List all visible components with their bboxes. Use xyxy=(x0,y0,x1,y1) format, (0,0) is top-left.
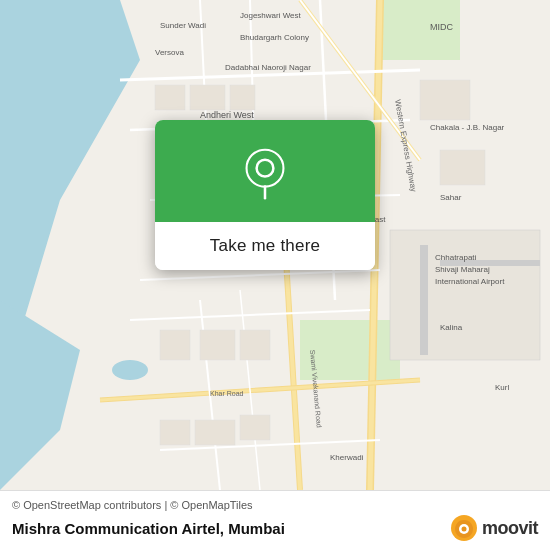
svg-text:Chhatrapati: Chhatrapati xyxy=(435,253,477,262)
svg-text:Sunder Wadi: Sunder Wadi xyxy=(160,21,206,30)
svg-text:Jogeshwari West: Jogeshwari West xyxy=(240,11,302,20)
svg-rect-40 xyxy=(195,420,235,445)
svg-rect-29 xyxy=(155,85,185,110)
bottom-bar: © OpenStreetMap contributors | © OpenMap… xyxy=(0,490,550,550)
svg-text:Shivaji Maharaj: Shivaji Maharaj xyxy=(435,265,490,274)
svg-text:Chakala - J.B. Nagar: Chakala - J.B. Nagar xyxy=(430,123,505,132)
svg-rect-35 xyxy=(440,150,485,185)
location-card: Take me there xyxy=(155,120,375,270)
svg-rect-37 xyxy=(200,330,235,360)
location-name-row: Mishra Communication Airtel, Mumbai moov… xyxy=(12,514,538,542)
moovit-icon xyxy=(450,514,478,542)
svg-rect-36 xyxy=(160,330,190,360)
svg-rect-31 xyxy=(230,85,255,110)
svg-text:International Airport: International Airport xyxy=(435,277,505,286)
svg-text:Andheri West: Andheri West xyxy=(200,110,254,120)
svg-text:Kurl: Kurl xyxy=(495,383,509,392)
svg-text:MIDC: MIDC xyxy=(430,22,453,32)
take-me-there-button[interactable]: Take me there xyxy=(155,222,375,270)
card-header xyxy=(155,120,375,222)
svg-rect-30 xyxy=(190,85,225,110)
svg-point-69 xyxy=(461,527,466,532)
location-pin-icon xyxy=(239,148,291,200)
svg-point-3 xyxy=(112,360,148,380)
moovit-text: moovit xyxy=(482,518,538,539)
svg-text:Sahar: Sahar xyxy=(440,193,462,202)
svg-text:Versova: Versova xyxy=(155,48,184,57)
location-name: Mishra Communication Airtel, Mumbai xyxy=(12,520,285,537)
svg-rect-7 xyxy=(390,230,540,360)
svg-rect-8 xyxy=(420,245,428,355)
map-attribution: © OpenStreetMap contributors | © OpenMap… xyxy=(12,499,538,511)
svg-rect-34 xyxy=(420,80,470,120)
map-view: Western Express Highway Swami Vivekanand… xyxy=(0,0,550,490)
svg-text:Kherwadi: Kherwadi xyxy=(330,453,364,462)
svg-point-63 xyxy=(247,150,284,187)
moovit-logo: moovit xyxy=(450,514,538,542)
svg-text:Khar Road: Khar Road xyxy=(210,390,244,397)
svg-text:Kalina: Kalina xyxy=(440,323,463,332)
svg-rect-38 xyxy=(240,330,270,360)
svg-rect-39 xyxy=(160,420,190,445)
svg-text:Dadabhai Naoroji Nagar: Dadabhai Naoroji Nagar xyxy=(225,63,311,72)
svg-rect-41 xyxy=(240,415,270,440)
svg-text:Bhudargarh Colony: Bhudargarh Colony xyxy=(240,33,309,42)
